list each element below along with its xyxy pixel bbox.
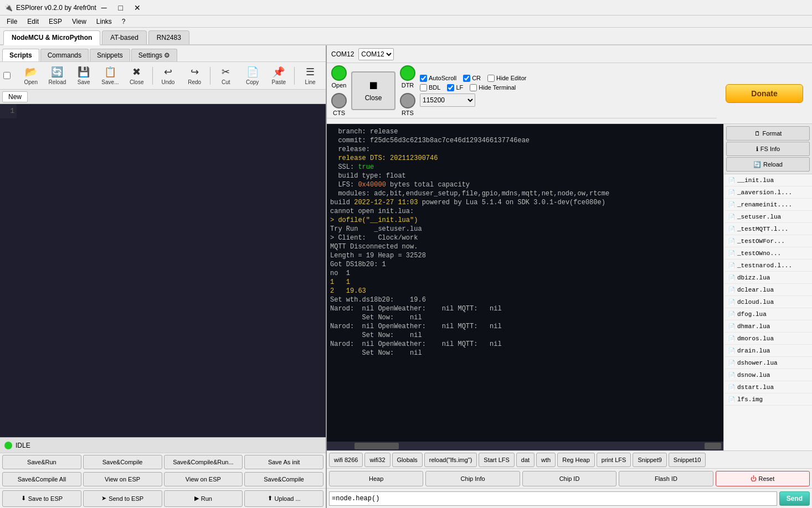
send-button[interactable]: Send (779, 491, 810, 506)
upload-button[interactable]: ⬆ Upload ... (244, 490, 323, 507)
terminal-hscroll[interactable] (327, 442, 723, 450)
terminal-area[interactable]: branch: release commit: f25dc56d3c6213b8… (327, 124, 723, 442)
dtr-btn[interactable]: DTR (400, 65, 415, 89)
list-item[interactable]: 📄_testOWno... (724, 247, 812, 260)
sub-tab-commands[interactable]: Commands (40, 49, 89, 61)
tab-rn2483[interactable]: RN2483 (148, 30, 189, 44)
list-item[interactable]: 📄dstart.lua (724, 381, 812, 393)
maximize-button[interactable]: □ (113, 2, 129, 14)
new-tab-button[interactable]: New (2, 91, 28, 102)
cts-btn[interactable]: CTS (331, 93, 347, 116)
select-all-checkbox[interactable] (3, 65, 17, 87)
hide-editor-check[interactable]: Hide Editor (487, 75, 526, 82)
sub-tab-snippets[interactable]: Snippets (90, 49, 130, 61)
send-to-esp-button[interactable]: ➤ Send to ESP (83, 490, 162, 507)
save-compile-run-button[interactable]: Save&Compile&Run... (164, 455, 243, 469)
com-port-dropdown[interactable]: COM12 (358, 48, 394, 60)
list-item[interactable]: 📄dsnow.lua (724, 369, 812, 381)
chip-info-button[interactable]: Chip Info (425, 471, 520, 486)
list-item[interactable]: 📄dshower.lua (724, 357, 812, 369)
reset-button[interactable]: ⏻ Reset (716, 471, 810, 486)
list-item[interactable]: 📄dhmar.lua (724, 320, 812, 333)
donate-button[interactable]: Donate (726, 84, 803, 103)
hscroll-right-btn[interactable] (705, 443, 721, 449)
editor-area[interactable]: 1 (0, 104, 326, 437)
open-button[interactable]: 📂 Open (19, 65, 43, 87)
quick-button[interactable]: wth (536, 453, 556, 467)
copy-button[interactable]: 📄 Copy (240, 65, 265, 87)
redo-button[interactable]: ↪ Redo (182, 65, 207, 87)
menu-help[interactable]: ? (117, 17, 130, 27)
list-item[interactable]: 📄_testnarod.l... (724, 260, 812, 272)
quick-button[interactable]: Globals (392, 453, 423, 467)
quick-button[interactable]: wifi32 (364, 453, 390, 467)
list-item[interactable]: 📄dclear.lua (724, 284, 812, 296)
autoscroll-check[interactable]: AutoScroll (420, 75, 456, 82)
list-item[interactable]: 📄_renameinit.... (724, 199, 812, 211)
baud-rate-select[interactable]: 115200 9600 19200 38400 57600 230400 460… (420, 94, 475, 107)
close-file-button[interactable]: ✖ Close (125, 65, 149, 87)
run-button[interactable]: ▶ Run (164, 490, 243, 507)
tab-nodemcu[interactable]: NodeMCU & MicroPython (3, 30, 100, 45)
reload-fs-button[interactable]: 🔄 Reload (726, 157, 810, 172)
bdl-check[interactable]: BDL (420, 84, 440, 91)
menu-esp[interactable]: ESP (44, 17, 66, 27)
quick-button[interactable]: print LFS (597, 453, 631, 467)
menu-file[interactable]: File (2, 17, 22, 27)
save-run-button[interactable]: Save&Run (2, 455, 81, 469)
lf-check[interactable]: LF (447, 84, 463, 91)
list-item[interactable]: 📄dmoros.lua (724, 333, 812, 345)
open-port-btn[interactable]: Open (331, 65, 347, 89)
quick-button[interactable]: reload("lfs.img") (424, 453, 477, 467)
list-item[interactable]: 📄__init.lua (724, 174, 812, 186)
close-port-button[interactable]: ⏹ Close (351, 71, 395, 110)
cut-button[interactable]: ✂ Cut (214, 65, 238, 87)
view-on-esp-button1[interactable]: View on ESP (83, 472, 162, 486)
hscroll-thumb[interactable] (354, 443, 399, 449)
menu-view[interactable]: View (68, 17, 91, 27)
save-compile-button[interactable]: Save&Compile (83, 455, 162, 469)
save-compile-all-button[interactable]: Save&Compile All (2, 472, 81, 486)
list-item[interactable]: 📄dfog.lua (724, 308, 812, 320)
chip-id-button[interactable]: Chip ID (522, 471, 616, 486)
list-item[interactable]: 📄_testOWFor... (724, 235, 812, 247)
sub-tab-settings[interactable]: Settings ⚙ (131, 49, 178, 61)
list-item[interactable]: 📄drain.lua (724, 345, 812, 357)
list-item[interactable]: 📄_testMQTT.l... (724, 223, 812, 235)
reload-button[interactable]: 🔄 Reload (45, 65, 70, 87)
list-item[interactable]: 📄lfs.img (724, 393, 812, 406)
list-item[interactable]: 📄_setuser.lua (724, 211, 812, 223)
save-as-button[interactable]: 📋 Save... (98, 65, 122, 87)
save-as-init-button[interactable]: Save As init (244, 455, 323, 469)
fs-info-button[interactable]: ℹ FS Info (726, 142, 810, 156)
quick-button[interactable]: dat (516, 453, 535, 467)
view-on-esp-button2[interactable]: View on ESP (164, 472, 243, 486)
close-button[interactable]: ✕ (130, 2, 145, 14)
format-button[interactable]: 🗒 Format (726, 126, 810, 141)
line-button[interactable]: ☰ Line (298, 65, 322, 87)
tab-at-based[interactable]: AT-based (102, 30, 146, 44)
quick-button[interactable]: wifi 8266 (329, 453, 363, 467)
minimize-button[interactable]: ─ (96, 2, 112, 14)
command-input[interactable] (329, 491, 777, 506)
flash-id-button[interactable]: Flash ID (619, 471, 713, 486)
paste-button[interactable]: 📌 Paste (266, 65, 291, 87)
quick-button[interactable]: Snippet9 (633, 453, 666, 467)
save-to-esp-button[interactable]: ⬇ Save to ESP (2, 490, 81, 507)
menu-links[interactable]: Links (92, 17, 116, 27)
sub-tab-scripts[interactable]: Scripts (2, 49, 39, 61)
hide-terminal-check[interactable]: Hide Terminal (470, 84, 516, 91)
cr-check[interactable]: CR (463, 75, 481, 82)
list-item[interactable]: 📄dcloud.lua (724, 296, 812, 308)
heap-button[interactable]: Heap (329, 471, 423, 486)
list-item[interactable]: 📄_aaversion.l... (724, 186, 812, 199)
quick-button[interactable]: Start LFS (479, 453, 514, 467)
quick-button[interactable]: Reg Heap (557, 453, 595, 467)
save-compile-button2[interactable]: Save&Compile (244, 472, 323, 486)
undo-button[interactable]: ↩ Undo (156, 65, 181, 87)
rts-btn[interactable]: RTS (400, 93, 415, 116)
menu-edit[interactable]: Edit (23, 17, 43, 27)
save-button[interactable]: 💾 Save (71, 65, 96, 87)
list-item[interactable]: 📄dbizz.lua (724, 272, 812, 284)
quick-button[interactable]: Snippet10 (669, 453, 706, 467)
